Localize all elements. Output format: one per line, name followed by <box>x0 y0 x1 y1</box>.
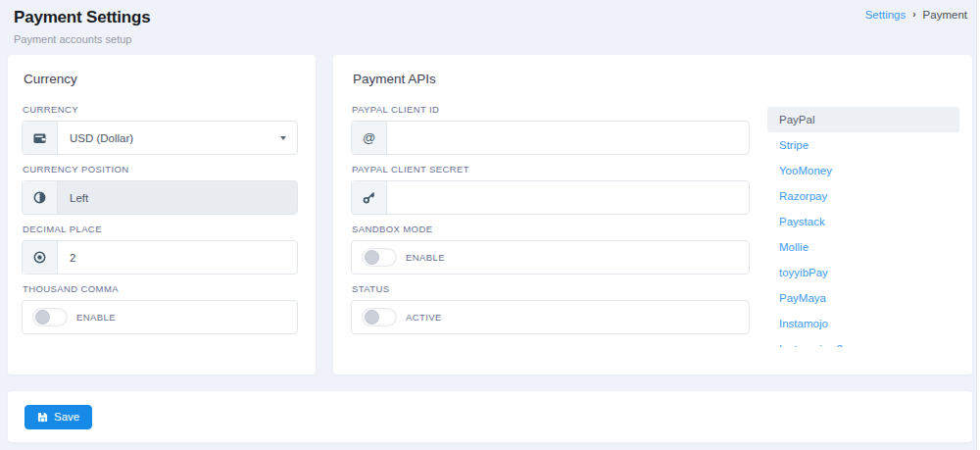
breadcrumb-settings-link[interactable]: Settings <box>865 9 906 21</box>
dot-circle-icon <box>23 241 58 274</box>
thousand-comma-toggle-box: ENABLE <box>22 300 298 334</box>
paypal-settings-form: PAYPAL CLIENT ID @ PAYPAL CLIENT SECRET <box>351 104 750 347</box>
decimal-place-field[interactable]: 2 <box>22 240 298 275</box>
status-toggle[interactable] <box>362 308 397 326</box>
paypal-client-secret-field-group: PAYPAL CLIENT SECRET <box>351 164 750 215</box>
sandbox-mode-label: SANDBOX MODE <box>352 224 750 234</box>
gateway-list[interactable]: PayPal Stripe YooMoney Razorpay Paystack… <box>767 107 959 347</box>
gateway-item-instamojo-v2[interactable]: Instamojo v2 <box>767 336 959 347</box>
paypal-client-id-field-group: PAYPAL CLIENT ID @ <box>351 104 750 155</box>
sandbox-mode-toggle-box: ENABLE <box>351 240 750 275</box>
main-content: Currency CURRENCY USD (Dollar) <box>8 55 972 375</box>
gateway-item-instamojo[interactable]: Instamojo <box>767 311 959 336</box>
breadcrumb-current: Payment <box>923 9 967 21</box>
toggle-knob <box>365 310 379 325</box>
status-field-group: STATUS ACTIVE <box>351 283 750 334</box>
status-toggle-label: ACTIVE <box>406 312 442 323</box>
gateway-item-paypal[interactable]: PayPal <box>767 107 959 132</box>
save-icon <box>37 412 48 423</box>
thousand-comma-field-group: THOUSAND COMMA ENABLE <box>22 283 298 334</box>
currency-field-group: CURRENCY USD (Dollar) <box>22 104 298 155</box>
page-subtitle: Payment accounts setup <box>14 33 966 45</box>
toggle-knob <box>365 250 379 265</box>
payment-apis-card-title: Payment APIs <box>353 72 959 86</box>
gateway-item-stripe[interactable]: Stripe <box>767 132 959 158</box>
currency-label: CURRENCY <box>23 104 298 115</box>
currency-card: Currency CURRENCY USD (Dollar) <box>8 55 316 375</box>
paypal-client-id-label: PAYPAL CLIENT ID <box>352 104 750 115</box>
gateway-item-paystack[interactable]: Paystack <box>767 209 959 234</box>
currency-position-field-group: CURRENCY POSITION Left <box>22 164 298 215</box>
sandbox-mode-toggle[interactable] <box>362 248 397 267</box>
key-icon <box>352 181 387 214</box>
gateway-item-toyyibpay[interactable]: toyyibPay <box>767 260 959 285</box>
paypal-client-secret-input[interactable] <box>387 181 749 214</box>
at-icon: @ <box>352 122 387 154</box>
decimal-place-value: 2 <box>58 241 297 274</box>
thousand-comma-toggle[interactable] <box>32 308 68 326</box>
form-footer: Save <box>8 391 972 442</box>
page-header: Payment Settings Payment accounts setup … <box>0 0 980 45</box>
gateway-nav: PayPal Stripe YooMoney Razorpay Paystack… <box>767 104 959 347</box>
payment-apis-card: Payment APIs PAYPAL CLIENT ID @ PAYPAL C… <box>333 55 972 375</box>
gateway-item-paymaya[interactable]: PayMaya <box>767 285 959 311</box>
gateway-item-mollie[interactable]: Mollie <box>767 234 959 260</box>
currency-card-title: Currency <box>24 72 298 86</box>
currency-select-value: USD (Dollar) <box>58 122 280 154</box>
chevron-down-icon <box>280 136 286 140</box>
gateway-item-razorpay[interactable]: Razorpay <box>767 183 959 209</box>
sandbox-mode-toggle-label: ENABLE <box>406 252 445 263</box>
currency-position-field: Left <box>22 180 298 215</box>
decimal-place-label: DECIMAL PLACE <box>23 224 298 234</box>
status-label: STATUS <box>352 283 750 294</box>
wallet-icon <box>23 122 58 154</box>
thousand-comma-label: THOUSAND COMMA <box>23 283 298 294</box>
paypal-client-secret-label: PAYPAL CLIENT SECRET <box>352 164 750 175</box>
paypal-client-id-field: @ <box>351 121 750 155</box>
save-button[interactable]: Save <box>24 405 92 429</box>
paypal-client-id-input[interactable] <box>387 122 749 154</box>
currency-position-value: Left <box>58 181 297 214</box>
toggle-knob <box>35 310 50 325</box>
currency-position-label: CURRENCY POSITION <box>23 164 298 175</box>
sandbox-mode-field-group: SANDBOX MODE ENABLE <box>351 224 750 275</box>
page-title: Payment Settings <box>14 8 966 27</box>
breadcrumb: Settings › Payment <box>865 9 967 21</box>
save-button-label: Save <box>54 411 79 423</box>
decimal-place-field-group: DECIMAL PLACE 2 <box>22 224 298 275</box>
adjust-icon <box>23 181 58 214</box>
status-toggle-box: ACTIVE <box>351 300 750 334</box>
page-scrollbar[interactable] <box>976 0 980 450</box>
paypal-client-secret-field <box>351 180 750 215</box>
currency-select[interactable]: USD (Dollar) <box>22 121 298 155</box>
thousand-comma-toggle-label: ENABLE <box>76 312 116 323</box>
breadcrumb-separator-icon: › <box>912 10 915 20</box>
gateway-item-yoomoney[interactable]: YooMoney <box>767 158 959 183</box>
